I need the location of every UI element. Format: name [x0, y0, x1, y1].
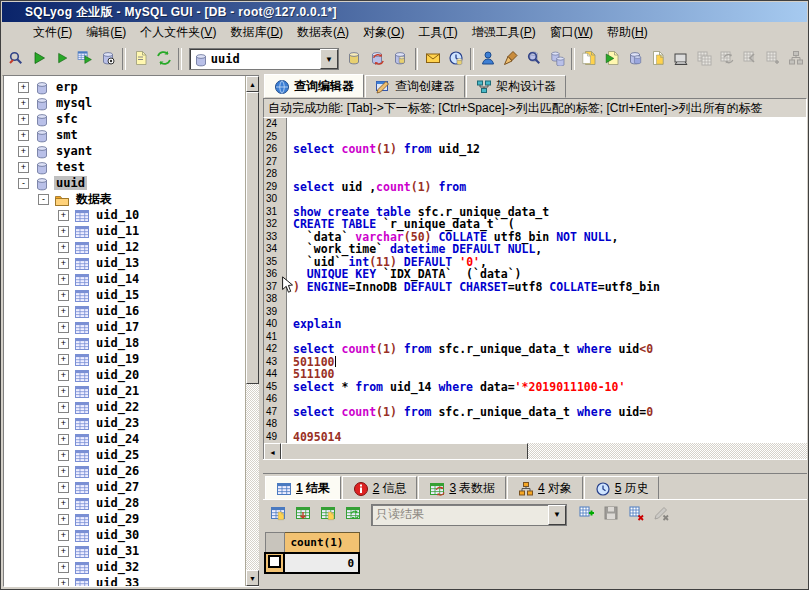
- copy-table-button[interactable]: [578, 46, 601, 72]
- code-line-29[interactable]: select uid ,count(1) from: [293, 181, 807, 194]
- tree-item-test[interactable]: + test: [4, 159, 245, 175]
- code-line-49[interactable]: 4095014: [293, 431, 807, 444]
- scroll-down-button[interactable]: ▼: [246, 570, 259, 586]
- backup-database-button[interactable]: [624, 46, 647, 72]
- expand-toggle[interactable]: +: [58, 386, 69, 397]
- user-manager-button[interactable]: [477, 46, 500, 72]
- create-database-button[interactable]: [343, 46, 366, 72]
- code-line-39[interactable]: [293, 306, 807, 319]
- expand-toggle[interactable]: +: [58, 354, 69, 365]
- result-tab-表数据[interactable]: 3 表数据: [418, 476, 506, 500]
- collapse-toggle[interactable]: -: [18, 178, 29, 189]
- tree-item-uid_20[interactable]: + uid_20: [4, 367, 245, 383]
- expand-toggle[interactable]: +: [58, 290, 69, 301]
- code-line-42[interactable]: select count(1) from sfc.r_unique_data_t…: [293, 343, 807, 356]
- tab-查询创建器[interactable]: 查询创建器: [365, 75, 465, 98]
- expand-toggle[interactable]: +: [58, 338, 69, 349]
- paste-sql-button[interactable]: [601, 46, 624, 72]
- restore-database-button[interactable]: [647, 46, 670, 72]
- execute-and-edit-result-button[interactable]: [74, 46, 97, 72]
- tree-item-syant[interactable]: + syant: [4, 143, 245, 159]
- add-row-button[interactable]: [573, 502, 598, 528]
- tree-item-uuid[interactable]: - uuid: [4, 175, 245, 191]
- tree-item-uid_27[interactable]: + uid_27: [4, 479, 245, 495]
- menu-P[interactable]: 增强工具(P): [465, 23, 543, 41]
- tree-item-uid_12[interactable]: + uid_12: [4, 239, 245, 255]
- code-line-47[interactable]: select count(1) from sfc.r_unique_data_t…: [293, 406, 807, 419]
- add-sql-favorite-button[interactable]: [129, 46, 152, 72]
- tab-查询编辑器[interactable]: 查询编辑器: [264, 74, 364, 98]
- titlebar[interactable]: SQLyog 企业版 - MySQL GUI - [DB - root@127.…: [2, 2, 807, 22]
- chevron-down-icon[interactable]: ▼: [320, 49, 338, 69]
- code-line-27[interactable]: [293, 156, 807, 169]
- tree-item-uid_25[interactable]: + uid_25: [4, 447, 245, 463]
- expand-toggle[interactable]: +: [58, 370, 69, 381]
- expand-toggle[interactable]: +: [18, 146, 29, 157]
- tree-item-uid_13[interactable]: + uid_13: [4, 255, 245, 271]
- tree-item-uid_19[interactable]: + uid_19: [4, 351, 245, 367]
- expand-toggle[interactable]: +: [18, 130, 29, 141]
- result-tab-对象[interactable]: 4 对象: [507, 476, 583, 500]
- expand-toggle[interactable]: +: [18, 82, 29, 93]
- row-checkbox[interactable]: [268, 555, 281, 568]
- expand-toggle[interactable]: +: [58, 242, 69, 253]
- export-result-button[interactable]: [265, 502, 290, 528]
- grid-cell[interactable]: 0: [284, 553, 359, 573]
- find-data-button[interactable]: [523, 46, 546, 72]
- flush-tools-button[interactable]: [500, 46, 523, 72]
- tree-item-uid_11[interactable]: + uid_11: [4, 223, 245, 239]
- menu-E[interactable]: 编辑(E): [79, 23, 133, 41]
- refresh-object-browser-button[interactable]: [152, 46, 175, 72]
- tree-item-uid_23[interactable]: + uid_23: [4, 415, 245, 431]
- expand-toggle[interactable]: +: [58, 322, 69, 333]
- manage-indexes-button[interactable]: [389, 46, 412, 72]
- execute-query-button[interactable]: [28, 46, 51, 72]
- result-tab-信息[interactable]: 2 信息: [342, 476, 418, 500]
- expand-toggle[interactable]: +: [58, 434, 69, 445]
- expand-toggle[interactable]: +: [18, 114, 29, 125]
- expand-toggle[interactable]: +: [58, 466, 69, 477]
- menu-A[interactable]: 数据表(A): [290, 23, 356, 41]
- notifications-button[interactable]: [670, 46, 693, 72]
- tab-架构设计器[interactable]: 架构设计器: [466, 75, 566, 98]
- code-line-40[interactable]: explain: [293, 318, 807, 331]
- menu-D[interactable]: 数据库(D): [223, 23, 290, 41]
- expand-toggle[interactable]: +: [58, 418, 69, 429]
- editor-horizontal-scrollbar[interactable]: ◄: [263, 443, 807, 459]
- import-rows-button[interactable]: [290, 502, 315, 528]
- tree-item-uid_21[interactable]: + uid_21: [4, 383, 245, 399]
- menu-F[interactable]: 文件(F): [26, 23, 79, 41]
- code-line-43[interactable]: 501100: [293, 356, 807, 369]
- tree-item-uid_33[interactable]: + uid_33: [4, 575, 245, 586]
- tree-item-uid_18[interactable]: + uid_18: [4, 335, 245, 351]
- collapse-toggle[interactable]: -: [38, 194, 49, 205]
- tree-item-sfc[interactable]: + sfc: [4, 111, 245, 127]
- tree-item-uid_31[interactable]: + uid_31: [4, 543, 245, 559]
- expand-toggle[interactable]: +: [58, 546, 69, 557]
- copy-database-button[interactable]: [546, 46, 569, 72]
- delete-row-button[interactable]: [623, 502, 648, 528]
- result-tab-历史[interactable]: 5 历史: [584, 476, 660, 500]
- code-line-38[interactable]: [293, 293, 807, 306]
- tree-item-uid_26[interactable]: + uid_26: [4, 463, 245, 479]
- sql-editor[interactable]: 2425262728293031323334353637383940414243…: [263, 118, 807, 443]
- connection-manager-button[interactable]: [5, 46, 28, 72]
- expand-toggle[interactable]: +: [58, 274, 69, 285]
- expand-toggle[interactable]: +: [58, 482, 69, 493]
- result-tab-结果[interactable]: 1 结果: [265, 476, 341, 500]
- code-line-37[interactable]: ) ENGINE=InnoDB DEFAULT CHARSET=utf8 COL…: [293, 281, 807, 294]
- job-scheduler-button[interactable]: [444, 46, 467, 72]
- grid-column-header[interactable]: count(1): [284, 533, 359, 554]
- menu-O[interactable]: 对象(O): [356, 23, 411, 41]
- tree-item-uid_15[interactable]: + uid_15: [4, 287, 245, 303]
- expand-toggle[interactable]: +: [58, 498, 69, 509]
- expand-toggle[interactable]: +: [58, 258, 69, 269]
- menu-H[interactable]: 帮助(H): [600, 23, 655, 41]
- execute-current-query-button[interactable]: [51, 46, 74, 72]
- tree-item-uid_10[interactable]: + uid_10: [4, 207, 245, 223]
- email-result-button[interactable]: [421, 46, 444, 72]
- tree-item-uid_32[interactable]: + uid_32: [4, 559, 245, 575]
- alter-database-button[interactable]: [366, 46, 389, 72]
- menu-V[interactable]: 个人文件夹(V): [133, 23, 223, 41]
- tree-item-数据表[interactable]: - 数据表: [4, 191, 245, 207]
